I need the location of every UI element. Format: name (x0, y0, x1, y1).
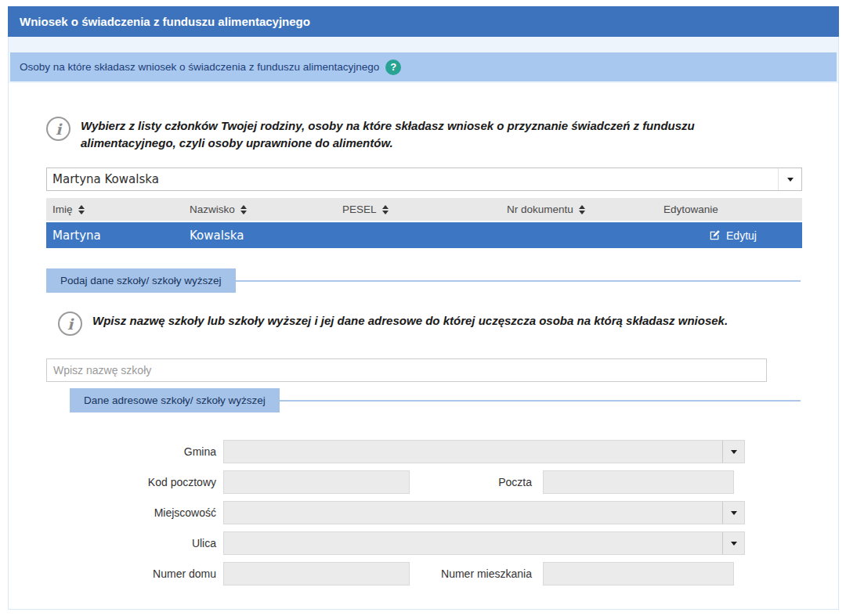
column-header-pesel[interactable]: PESEL (336, 204, 501, 215)
form-row-kod-poczta: Kod pocztowy Poczta (46, 470, 801, 494)
ulica-select-value (224, 532, 722, 554)
section-header-bar: Osoby na które składasz wniosek o świadc… (10, 52, 837, 81)
cell-imie: Martyna (46, 229, 183, 243)
help-icon[interactable]: ? (385, 59, 401, 75)
miejscowosc-label: Miejscowość (46, 506, 223, 519)
main-panel: Osoby na które składasz wniosek o świadc… (8, 37, 839, 610)
content-area: i Wybierz z listy członków Twojej rodzin… (9, 117, 838, 585)
miejscowosc-select-value (224, 502, 722, 524)
gmina-select[interactable] (223, 440, 745, 463)
people-table-header: Imię Nazwisko PESEL Nr dokumentu Edytowa… (46, 198, 802, 221)
numer-domu-label: Numer domu (46, 567, 223, 580)
section-header-label: Osoby na które składasz wniosek o świadc… (20, 61, 379, 73)
column-header-nazwisko-label: Nazwisko (190, 204, 235, 215)
address-form: Gmina Kod pocztowy Poczta Miejscowość (46, 440, 801, 585)
edit-pencil-icon (709, 229, 721, 241)
miejscowosc-select-caret-zone (722, 502, 744, 524)
column-header-nazwisko[interactable]: Nazwisko (183, 204, 336, 215)
edit-button[interactable]: Edytuj (709, 229, 757, 242)
person-select-value: Martyna Kowalska (47, 168, 778, 190)
form-row-numery: Numer domu Numer mieszkania (46, 562, 801, 585)
cell-edytowanie: Edytuj (657, 229, 802, 242)
column-header-edytowanie: Edytowanie (657, 204, 802, 215)
person-select-caret-zone[interactable] (778, 168, 801, 190)
sort-icon (78, 205, 85, 214)
address-section-tab: Dane adresowe szkoły/ szkoły wyższej (70, 388, 280, 412)
info-icon: i (58, 312, 82, 336)
ulica-label: Ulica (46, 537, 223, 549)
table-row[interactable]: Martyna Kowalska Edytuj (46, 222, 802, 248)
person-select[interactable]: Martyna Kowalska (46, 168, 802, 191)
column-header-imie[interactable]: Imię (46, 204, 183, 215)
school-info-block: i Wpisz nazwę szkoły lub szkoły wyższej … (58, 312, 801, 336)
edit-button-label: Edytuj (726, 229, 757, 242)
info-icon: i (46, 117, 70, 141)
column-header-nr-dokumentu[interactable]: Nr dokumentu (501, 204, 657, 215)
kod-pocztowy-label: Kod pocztowy (46, 476, 223, 488)
column-header-pesel-label: PESEL (342, 204, 377, 215)
chevron-down-icon (787, 178, 794, 182)
gmina-label: Gmina (46, 445, 223, 458)
cell-nazwisko: Kowalska (183, 229, 336, 243)
address-section-header-row: Dane adresowe szkoły/ szkoły wyższej (70, 388, 801, 412)
poczta-input[interactable] (543, 470, 734, 494)
intro-info-text: Wybierz z listy członków Twojej rodziny,… (81, 117, 764, 152)
kod-pocztowy-input[interactable] (223, 470, 410, 494)
form-row-ulica: Ulica (46, 531, 801, 555)
chevron-down-icon (731, 450, 737, 454)
school-info-text: Wpisz nazwę szkoły lub szkoły wyższej i … (92, 312, 728, 330)
chevron-down-icon (731, 511, 737, 515)
sort-icon (382, 205, 389, 214)
ulica-select[interactable] (223, 531, 745, 555)
people-table: Imię Nazwisko PESEL Nr dokumentu Edytowa… (46, 198, 802, 248)
gmina-select-value (224, 441, 722, 463)
form-row-gmina: Gmina (46, 440, 801, 463)
page-title-text: Wniosek o świadczenia z funduszu aliment… (20, 15, 310, 28)
gmina-select-caret-zone (722, 441, 744, 463)
section-divider-line (280, 400, 801, 402)
miejscowosc-select[interactable] (223, 501, 745, 524)
school-name-input[interactable] (46, 358, 767, 382)
form-row-miejscowosc: Miejscowość (46, 501, 801, 524)
ulica-select-caret-zone (722, 532, 744, 554)
section-strip: Osoby na które składasz wniosek o świadc… (9, 37, 838, 83)
chevron-down-icon (731, 542, 737, 546)
numer-mieszkania-label: Numer mieszkania (410, 567, 543, 580)
sort-icon (579, 205, 585, 214)
numer-domu-input[interactable] (223, 562, 410, 585)
column-header-nr-dokumentu-label: Nr dokumentu (507, 204, 573, 215)
poczta-label: Poczta (410, 476, 543, 488)
column-header-edytowanie-label: Edytowanie (663, 204, 718, 215)
numer-mieszkania-input[interactable] (543, 562, 734, 585)
intro-info-block: i Wybierz z listy członków Twojej rodzin… (46, 117, 801, 152)
school-section-header-row: Podaj dane szkoły/ szkoły wyższej (46, 268, 801, 293)
sort-icon (240, 205, 247, 214)
page-title: Wniosek o świadczenia z funduszu aliment… (8, 6, 839, 37)
section-divider-line (236, 280, 801, 282)
column-header-imie-label: Imię (52, 204, 73, 215)
school-section-tab: Podaj dane szkoły/ szkoły wyższej (46, 268, 236, 293)
